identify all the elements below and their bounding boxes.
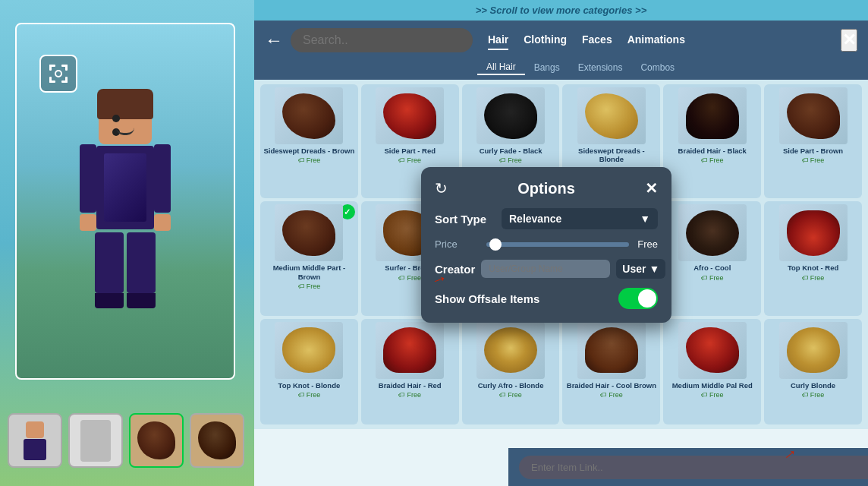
- toggle-knob: [638, 289, 656, 308]
- price-value-16: Free: [609, 391, 623, 399]
- catalog-header: ← Hair Clothing Faces Animations ✕: [254, 21, 868, 60]
- item-price-16: 🏷 Free: [600, 391, 623, 399]
- item-name-5: Braided Hair - Black: [678, 147, 747, 155]
- hair-img-2: [383, 93, 436, 139]
- price-tag-icon-14: 🏷: [398, 391, 405, 399]
- item-price-6: 🏷 Free: [802, 156, 825, 164]
- thumb-hair-brown[interactable]: [129, 413, 184, 468]
- creator-type-select[interactable]: User ▼: [616, 259, 665, 279]
- close-button[interactable]: ✕: [841, 29, 857, 52]
- price-tag-icon-17: 🏷: [701, 391, 708, 399]
- svg-point-8: [55, 71, 61, 77]
- price-slider-thumb: [489, 238, 502, 251]
- modal-header: ↻ Options ✕: [435, 179, 658, 197]
- hair-img-12: [787, 210, 840, 256]
- search-input[interactable]: [291, 28, 473, 52]
- creator-input[interactable]: [481, 260, 610, 278]
- item-card-topknot-blonde[interactable]: Top Knot - Blonde 🏷 Free: [260, 319, 358, 424]
- item-link-input[interactable]: [519, 456, 868, 479]
- item-name-16: Braided Hair - Cool Brown: [567, 381, 656, 390]
- item-card-topknot-red[interactable]: Top Knot - Red 🏷 Free: [764, 201, 862, 315]
- creator-row: Creator User ▼: [435, 259, 658, 279]
- svg-rect-7: [65, 77, 68, 83]
- modal-close-button[interactable]: ✕: [645, 179, 658, 197]
- sort-type-select[interactable]: Relevance ▼: [502, 208, 658, 229]
- item-card-afro-cool[interactable]: Afro - Cool 🏷 Free: [663, 201, 761, 315]
- item-price-13: 🏷 Free: [298, 391, 321, 399]
- svg-rect-1: [49, 65, 52, 71]
- tab-clothing[interactable]: Clothing: [524, 30, 567, 50]
- char-foot-right: [127, 293, 156, 308]
- item-thumb-1: [275, 87, 343, 144]
- item-card-sidepart-brown[interactable]: Side Part - Brown 🏷 Free: [764, 84, 862, 198]
- thumb-hair-dark[interactable]: [190, 413, 244, 468]
- thumb-blank-shape: [80, 420, 111, 462]
- item-card-medium-middle-red[interactable]: Medium Middle Pal Red 🏷 Free: [663, 319, 761, 424]
- char-leg-left: [95, 232, 124, 293]
- price-tag-icon-8: 🏷: [398, 274, 405, 282]
- subtab-bangs[interactable]: Bangs: [525, 61, 569, 74]
- sub-tabs-row: All Hair Bangs Extensions Combos: [254, 60, 868, 80]
- item-thumb-13: [275, 322, 343, 379]
- tab-hair[interactable]: Hair: [488, 30, 508, 50]
- item-price-8: 🏷 Free: [398, 274, 421, 282]
- hair-img-13: [282, 327, 335, 373]
- item-price-11: 🏷 Free: [701, 274, 724, 282]
- price-tag-icon-1: 🏷: [298, 156, 305, 164]
- item-name-15: Curly Afro - Blonde: [478, 381, 544, 390]
- char-arm-right: [154, 144, 171, 213]
- item-price-17: 🏷 Free: [701, 391, 724, 399]
- item-price-5: 🏷 Free: [701, 156, 724, 164]
- thumb-mannequin[interactable]: [8, 413, 62, 468]
- char-eye-left: [112, 115, 120, 122]
- item-card-curly-afro-blonde[interactable]: Curly Afro - Blonde 🏷 Free: [462, 319, 560, 424]
- offsale-label: Show Offsale Items: [435, 292, 612, 305]
- price-value-14: Free: [407, 391, 421, 399]
- modal-refresh-button[interactable]: ↻: [435, 179, 448, 197]
- char-arm-left: [80, 144, 96, 213]
- options-modal: ↻ Options ✕ Sort Type Relevance ▼ Price …: [421, 167, 671, 323]
- item-card-curly-blonde[interactable]: Curly Blonde 🏷 Free: [764, 319, 862, 424]
- item-card-braided-black[interactable]: Braided Hair - Black 🏷 Free: [663, 84, 761, 198]
- creator-type-arrow: ▼: [649, 263, 660, 275]
- hair-img-7: [282, 210, 335, 256]
- price-value-6: Free: [810, 156, 825, 164]
- price-display-value: Free: [635, 238, 658, 250]
- item-thumb-11: [678, 204, 747, 261]
- item-price-15: 🏷 Free: [499, 391, 522, 399]
- svg-rect-3: [65, 65, 68, 71]
- item-price-1: 🏷 Free: [298, 156, 321, 164]
- subtab-all-hair[interactable]: All Hair: [477, 60, 525, 75]
- back-button[interactable]: ←: [265, 30, 283, 51]
- creator-type-value: User: [622, 263, 646, 275]
- tab-animations[interactable]: Animations: [627, 30, 685, 50]
- price-tag-icon-7: 🏷: [298, 282, 305, 290]
- subtab-extensions[interactable]: Extensions: [569, 61, 632, 74]
- item-price-14: 🏷 Free: [398, 391, 421, 399]
- item-price-2: 🏷 Free: [398, 156, 421, 164]
- thumb-blank[interactable]: [68, 413, 123, 468]
- sort-type-value: Relevance: [509, 213, 561, 225]
- thumb-char-figure: [20, 421, 50, 459]
- offsale-toggle[interactable]: [618, 288, 658, 309]
- face-scan-icon[interactable]: [39, 55, 77, 93]
- subtab-combos[interactable]: Combos: [631, 61, 684, 74]
- char-head: [99, 95, 152, 144]
- item-name-13: Top Knot - Blonde: [278, 381, 341, 390]
- price-tag-icon-5: 🏷: [701, 156, 708, 164]
- item-card-braided-red[interactable]: Braided Hair - Red 🏷 Free: [361, 319, 459, 424]
- price-value-11: Free: [709, 274, 724, 282]
- item-card-braided-cool-brown[interactable]: Braided Hair - Cool Brown 🏷 Free: [562, 319, 660, 424]
- price-tag-icon-6: 🏷: [802, 156, 809, 164]
- item-thumb-7: [275, 204, 343, 261]
- price-value-8: Free: [407, 274, 421, 282]
- item-thumb-3: [476, 87, 545, 144]
- item-card-sideswept-brown[interactable]: Sideswept Dreads - Brown 🏷 Free: [260, 84, 358, 198]
- item-price-3: 🏷 Free: [499, 156, 522, 164]
- item-name-11: Afro - Cool: [693, 264, 731, 272]
- price-slider[interactable]: [486, 242, 629, 247]
- item-card-medium-middle-brown[interactable]: ✓ Medium Middle Part - Brown 🏷 Free: [260, 201, 358, 315]
- item-name-18: Curly Blonde: [791, 381, 835, 390]
- tab-faces[interactable]: Faces: [582, 30, 612, 50]
- item-thumb-15: [476, 322, 545, 379]
